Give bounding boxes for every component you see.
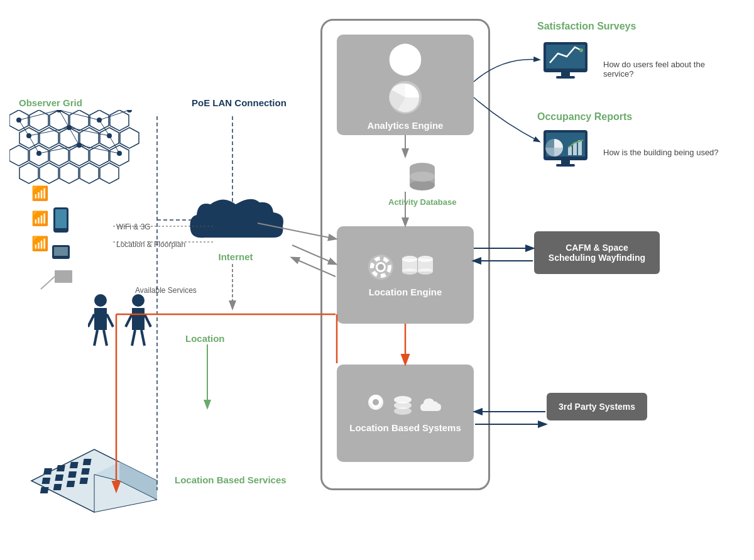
satisfaction-monitor: [540, 41, 591, 84]
svg-rect-65: [41, 478, 50, 484]
svg-point-11: [402, 268, 417, 275]
svg-line-39: [29, 136, 39, 153]
svg-point-51: [94, 294, 107, 307]
location-engine-block: Location Engine: [337, 226, 474, 324]
lbs-icons: [365, 393, 445, 417]
svg-line-58: [145, 314, 151, 327]
svg-point-75: [579, 48, 583, 52]
svg-line-57: [126, 314, 132, 327]
third-party-box: 3rd Party Systems: [547, 393, 647, 420]
svg-point-3: [410, 180, 435, 190]
diagram-container: { "title": "Location Based Systems Archi…: [0, 0, 754, 560]
svg-rect-76: [561, 72, 570, 76]
svg-rect-77: [556, 76, 575, 79]
svg-point-4: [410, 172, 435, 182]
analytics-engine-label: Analytics Engine: [368, 120, 444, 131]
svg-point-56: [132, 294, 145, 307]
lbs-block: Location Based Systems: [337, 365, 474, 462]
svg-rect-82: [578, 140, 582, 155]
activity-database: Activity Database: [388, 160, 456, 207]
satisfaction-surveys-label: Satisfaction Surveys: [537, 21, 636, 32]
internet-cloud: Internet: [185, 195, 286, 262]
svg-rect-62: [57, 465, 65, 471]
svg-line-53: [107, 314, 113, 327]
svg-line-54: [94, 330, 97, 346]
location-label: Location: [185, 333, 225, 344]
svg-line-33: [99, 110, 129, 120]
svg-line-55: [104, 330, 107, 346]
svg-point-16: [373, 399, 379, 405]
svg-line-41: [109, 136, 119, 153]
poe-lan-label: PoE LAN Connection: [192, 97, 287, 108]
svg-line-52: [88, 314, 94, 327]
internet-label: Internet: [218, 251, 253, 262]
location-engine-icons: [367, 253, 444, 282]
svg-rect-71: [67, 481, 75, 487]
svg-line-60: [141, 330, 145, 346]
svg-point-14: [418, 268, 433, 275]
svg-point-8: [378, 264, 384, 270]
svg-rect-61: [43, 468, 52, 475]
svg-rect-83: [561, 160, 570, 164]
available-services-label: Available Services: [135, 286, 197, 295]
lbs-label: Location Based Systems: [349, 422, 461, 433]
svg-line-31: [19, 110, 59, 120]
analytics-engine-block: ⬤ Analytics Engine: [337, 35, 474, 135]
svg-rect-48: [55, 209, 67, 228]
svg-rect-68: [81, 468, 90, 475]
svg-rect-50: [54, 247, 68, 256]
svg-text:📶: 📶: [31, 185, 49, 202]
observer-grid-label: Observer Grid: [19, 97, 82, 108]
svg-text:📶: 📶: [31, 235, 49, 252]
occupancy-reports-label: Occupancy Reports: [537, 111, 632, 123]
building-floor-icon: [19, 418, 170, 534]
device-icons: 📶 📶 📶: [28, 179, 91, 307]
location-based-services-label: Location Based Services: [175, 475, 287, 485]
svg-rect-67: [68, 471, 77, 478]
occupancy-desc: How is the building being used?: [603, 148, 719, 157]
svg-line-32: [59, 110, 99, 120]
svg-text:📶: 📶: [31, 210, 49, 227]
analytics-icon: ⬤: [388, 39, 423, 75]
svg-rect-72: [79, 478, 88, 484]
person-icons: [88, 289, 163, 354]
svg-rect-69: [40, 487, 49, 493]
svg-rect-66: [55, 475, 63, 481]
svg-rect-64: [83, 459, 92, 465]
location-floorplan-label: Location & Floorplan: [116, 240, 185, 249]
svg-rect-81: [573, 143, 577, 155]
satisfaction-desc: How do users feel about the service?: [603, 60, 729, 79]
occupancy-monitor: [540, 129, 591, 172]
activity-database-label: Activity Database: [388, 197, 456, 207]
svg-point-19: [394, 407, 412, 415]
svg-rect-63: [70, 462, 79, 468]
cafm-box: CAFM & Space Scheduling Wayfinding: [534, 231, 660, 274]
svg-rect-70: [53, 484, 62, 490]
location-engine-label: Location Engine: [369, 287, 442, 297]
svg-line-59: [132, 330, 135, 346]
wifi-3g-label: WiFi & 3G: [116, 222, 151, 231]
svg-rect-84: [556, 164, 575, 167]
